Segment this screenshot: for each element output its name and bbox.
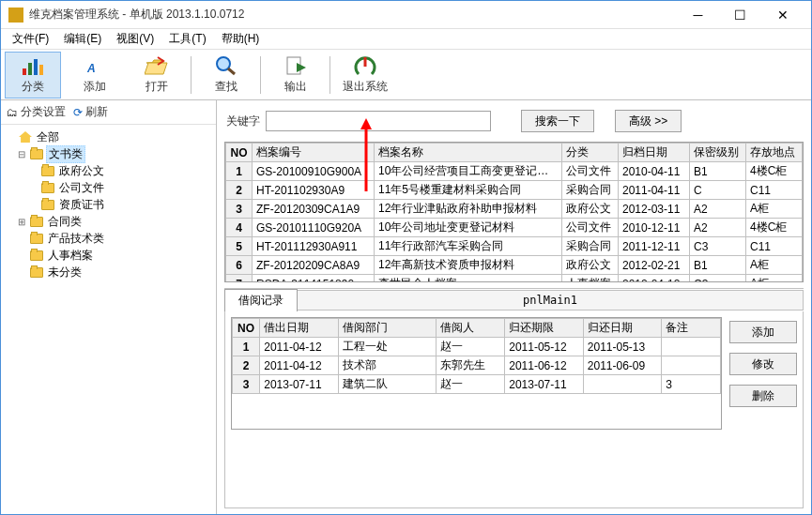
refresh-label: 刷新 [85,104,108,120]
svg-rect-3 [39,65,43,75]
svg-rect-0 [23,68,26,75]
col-ret[interactable]: 归还日期 [583,319,662,338]
borrow-edit-button[interactable]: 修改 [729,353,797,375]
cell-name: 11年行政部汽车采购合同 [375,237,562,256]
tree-root[interactable]: 全部 [5,129,212,145]
tree-cert-label: 资质证书 [57,197,106,213]
tree-gov-label: 政府公文 [57,163,106,179]
toolbar-open[interactable]: 打开 [129,52,185,98]
cell-cat: 公司文件 [562,162,619,181]
col-loc[interactable]: 存放地点 [746,144,803,162]
tree-company[interactable]: 公司文件 [5,179,212,196]
tab-borrow[interactable]: 借阅记录 [224,289,298,311]
close-button[interactable]: ✕ [761,2,804,28]
table-row[interactable]: 7RSDA-31141518900102李世民个人档案人事档案2012-04-1… [226,275,803,283]
table-row[interactable]: 12011-04-12工程一处赵一2011-05-122011-05-13 [233,338,721,356]
toolbar-separator-3 [329,56,331,94]
toolbar-export[interactable]: 输出 [268,52,324,98]
cell-due: 2011-05-12 [505,338,584,356]
tree-tech-label: 产品技术类 [46,231,106,247]
table-row[interactable]: 6ZF-20120209CA8A912年高新技术资质申报材料政府公文2012-0… [226,256,803,275]
col-note[interactable]: 备注 [662,319,721,338]
tree-tech[interactable]: 产品技术类 [5,230,212,247]
table-row[interactable]: 1GS-20100910G900A10年公司经营项目工商变更登记材料公司文件20… [226,162,803,181]
table-row[interactable]: 2HT-201102930A911年5号楼重建材料采购合同采购合同2011-04… [226,181,803,200]
cell-no: 7 [226,275,253,283]
advanced-button[interactable]: 高级 >> [615,110,682,132]
cell-date: 2012-03-11 [619,200,690,219]
folder-icon [29,215,44,228]
borrow-delete-button[interactable]: 删除 [729,385,797,407]
cell-no: 2 [226,181,253,200]
cell-cat: 公司文件 [562,219,619,237]
table-row[interactable]: 32013-07-11建筑二队赵一2013-07-113 [233,375,721,394]
cell-secret: C3 [690,275,746,283]
lower-panel: 借阅记录 pnlMain1 NO 借出日期 借阅部门 借阅人 归还期限 归还日期 [224,288,804,508]
table-row[interactable]: 22011-04-12技术部东郭先生2011-06-122011-06-09 [233,356,721,375]
cell-date: 2011-12-11 [619,237,690,256]
col-num[interactable]: 档案编号 [253,144,375,162]
collapse-icon[interactable]: ⊟ [16,149,27,159]
tree-hr[interactable]: 人事档案 [5,247,212,264]
search-button[interactable]: 搜索一下 [521,110,594,132]
cell-cat: 政府公文 [562,256,619,275]
table-row[interactable]: 5HT-201112930A91111年行政部汽车采购合同采购合同2011-12… [226,237,803,256]
cell-out: 2011-04-12 [260,356,339,375]
toolbar-find[interactable]: 查找 [198,52,254,98]
tree-docs-label: 文书类 [46,145,85,163]
cell-person: 东郭先生 [437,356,505,375]
maximize-button[interactable]: ☐ [719,2,761,28]
menu-tool[interactable]: 工具(T) [161,29,213,49]
col-person[interactable]: 借阅人 [437,319,505,338]
tree-cert[interactable]: 资质证书 [5,196,212,213]
menu-help[interactable]: 帮助(H) [214,29,268,49]
cell-name: 10年公司经营项目工商变更登记材料 [375,162,562,181]
cell-num: ZF-20120209CA8A9 [253,256,375,275]
toolbar-exit-label: 退出系统 [343,79,388,95]
tree-contract[interactable]: ⊞合同类 [5,213,212,230]
tree-docs[interactable]: ⊟文书类 [5,145,212,162]
col-out[interactable]: 借出日期 [260,319,339,338]
category-settings-link[interactable]: 🗂分类设置 [7,104,66,120]
folder-icon [40,198,55,211]
cell-name: 12年高新技术资质申报材料 [375,256,562,275]
table-row[interactable]: 4GS-20101110G920A10年公司地址变更登记材料公司文件2010-1… [226,219,803,237]
window-title: 维克档案管理系统 - 单机版 2013.1.10.0712 [29,7,677,23]
menu-view[interactable]: 视图(V) [109,29,161,49]
category-settings-label: 分类设置 [21,104,66,120]
cell-num: HT-201112930A911 [253,237,375,256]
borrow-add-button[interactable]: 添加 [729,321,797,343]
col-cat[interactable]: 分类 [562,144,619,162]
col-due[interactable]: 归还期限 [505,319,584,338]
table-row[interactable]: 3ZF-20120309CA1A912年行业津贴政府补助申报材料政府公文2012… [226,200,803,219]
menu-edit[interactable]: 编辑(E) [56,29,109,49]
minimize-button[interactable]: ─ [677,2,719,28]
toolbar-add[interactable]: A 添加 [67,52,123,98]
tree-contract-label: 合同类 [46,214,84,230]
cell-date: 2012-04-12 [619,275,690,283]
keyword-input[interactable] [266,111,491,131]
settings-icon: 🗂 [7,106,18,119]
archive-table[interactable]: NO 档案编号 档案名称 分类 归档日期 保密级别 存放地点 1GS-20100… [224,142,804,282]
tree-uncat[interactable]: 未分类 [5,264,212,280]
expand-icon[interactable]: ⊞ [16,217,27,227]
toolbar-category[interactable]: 分类 [5,52,61,98]
cell-num: HT-201102930A9 [253,181,375,200]
menu-file[interactable]: 文件(F) [5,29,56,49]
tree-gov[interactable]: 政府公文 [5,162,212,179]
col-secret[interactable]: 保密级别 [690,144,746,162]
borrow-table[interactable]: NO 借出日期 借阅部门 借阅人 归还期限 归还日期 备注 12011-04-1… [231,317,722,430]
col-name[interactable]: 档案名称 [375,144,562,162]
table-header-row: NO 借出日期 借阅部门 借阅人 归还期限 归还日期 备注 [233,319,721,338]
keyword-label: 关键字 [226,114,260,129]
toolbar-exit[interactable]: 退出系统 [337,52,393,98]
refresh-link[interactable]: ⟳刷新 [73,104,108,120]
cell-dept: 建筑二队 [338,375,436,394]
cell-name: 12年行业津贴政府补助申报材料 [375,200,562,219]
col-no[interactable]: NO [226,144,253,162]
col-date[interactable]: 归档日期 [619,144,690,162]
col-no[interactable]: NO [233,319,260,338]
col-dept[interactable]: 借阅部门 [338,319,436,338]
cell-due: 2013-07-11 [505,375,584,394]
toolbar: 分类 A 添加 打开 查找 输出 退出系统 [1,50,811,100]
